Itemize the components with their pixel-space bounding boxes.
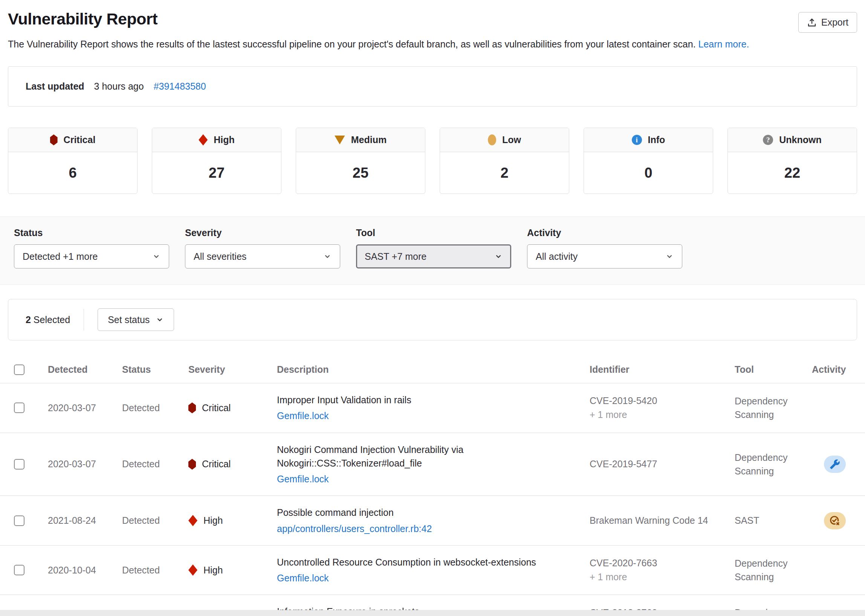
pipeline-link[interactable]: #391483580 bbox=[154, 81, 206, 92]
header-detected: Detected bbox=[48, 364, 122, 375]
identifier-value: CVE-2020-7663 bbox=[589, 558, 657, 568]
severity-label: High bbox=[203, 515, 223, 526]
header-status: Status bbox=[122, 364, 188, 375]
filter-bar: Status Detected +1 more Severity All sev… bbox=[0, 217, 865, 284]
table-row[interactable]: 2020-03-07 Detected Critical Nokogiri Co… bbox=[0, 433, 865, 496]
export-button[interactable]: Export bbox=[798, 12, 857, 33]
severity-card-label: Critical bbox=[64, 134, 96, 145]
vulnerability-location-link[interactable]: Gemfile.lock bbox=[277, 472, 589, 486]
last-updated-time: 3 hours ago bbox=[94, 81, 144, 92]
row-checkbox[interactable] bbox=[14, 565, 25, 575]
chevron-down-icon bbox=[665, 252, 674, 261]
learn-more-link[interactable]: Learn more. bbox=[698, 39, 749, 49]
identifier-cell: Brakeman Warning Code 14 bbox=[589, 515, 735, 526]
detected-date: 2020-03-07 bbox=[48, 402, 122, 413]
severity-filter-dropdown[interactable]: All severities bbox=[185, 244, 340, 269]
status-value: Detected bbox=[122, 402, 188, 413]
severity-icon bbox=[632, 135, 642, 145]
severity-icon bbox=[50, 134, 58, 145]
tool-value: Dependency Scanning bbox=[735, 394, 812, 422]
identifier-value: CVE-2019-5420 bbox=[589, 395, 657, 406]
severity-card-count: 2 bbox=[440, 152, 569, 193]
severity-card[interactable]: Info 0 bbox=[584, 128, 713, 194]
activity-filter-dropdown[interactable]: All activity bbox=[527, 244, 682, 269]
vulnerability-location-link[interactable]: Gemfile.lock bbox=[277, 571, 589, 585]
table-body: 2020-03-07 Detected Critical Improper In… bbox=[0, 383, 865, 616]
description-cell: Nokogiri Command Injection Vulnerability… bbox=[277, 443, 589, 486]
severity-card[interactable]: Low 2 bbox=[440, 128, 569, 194]
filter-tool: Tool SAST +7 more bbox=[356, 228, 511, 269]
status-filter-value: Detected +1 more bbox=[23, 251, 98, 262]
last-updated-label: Last updated bbox=[25, 81, 84, 92]
filter-activity: Activity All activity bbox=[527, 228, 682, 269]
severity-label: Critical bbox=[202, 459, 230, 470]
identifier-cell: CVE-2020-7663 + 1 more bbox=[589, 558, 735, 583]
filter-status-label: Status bbox=[14, 228, 169, 238]
severity-card[interactable]: Critical 6 bbox=[8, 128, 137, 194]
page-title: Vulnerability Report bbox=[8, 10, 158, 28]
activity-cell bbox=[812, 512, 857, 530]
filter-tool-label: Tool bbox=[356, 228, 511, 238]
false-positive-icon bbox=[824, 512, 846, 530]
status-filter-dropdown[interactable]: Detected +1 more bbox=[14, 244, 169, 269]
chevron-down-icon bbox=[152, 252, 161, 261]
vulnerability-title: Uncontrolled Resource Consumption in web… bbox=[277, 557, 536, 567]
table-row[interactable]: 2020-03-07 Detected Critical Improper In… bbox=[0, 383, 865, 433]
page-header: Vulnerability Report Export bbox=[8, 10, 857, 33]
identifier-more: + 1 more bbox=[589, 572, 735, 583]
header-tool: Tool bbox=[735, 364, 812, 375]
set-status-label: Set status bbox=[108, 314, 150, 325]
severity-cell: High bbox=[188, 564, 277, 576]
table-row[interactable]: 2020-10-04 Detected High Uncontrolled Re… bbox=[0, 545, 865, 595]
severity-icon bbox=[188, 564, 197, 576]
table-header-row: Detected Status Severity Description Ide… bbox=[0, 356, 865, 383]
select-all-checkbox[interactable] bbox=[14, 365, 25, 375]
severity-card-label: Unknown bbox=[779, 134, 822, 145]
set-status-button[interactable]: Set status bbox=[98, 308, 174, 331]
severity-icon bbox=[199, 134, 208, 146]
severity-card-label: Medium bbox=[351, 134, 386, 145]
tool-value: SAST bbox=[735, 514, 812, 527]
identifier-value: CVE-2019-5477 bbox=[589, 459, 657, 469]
severity-card-count: 0 bbox=[584, 152, 713, 193]
status-value: Detected bbox=[122, 515, 188, 526]
detected-date: 2020-03-07 bbox=[48, 459, 122, 470]
severity-card-count: 6 bbox=[8, 152, 137, 193]
page-description: The Vulnerability Report shows the resul… bbox=[8, 39, 857, 50]
severity-card-header: Unknown bbox=[728, 128, 857, 152]
remediation-wrench-icon bbox=[824, 456, 846, 473]
row-checkbox[interactable] bbox=[14, 459, 25, 470]
tool-filter-dropdown[interactable]: SAST +7 more bbox=[356, 244, 511, 269]
severity-card[interactable]: High 27 bbox=[152, 128, 281, 194]
severity-card[interactable]: Unknown 22 bbox=[728, 128, 857, 194]
divider bbox=[84, 309, 84, 331]
severity-card-label: Info bbox=[648, 134, 665, 145]
last-updated-panel: Last updated 3 hours ago #391483580 bbox=[8, 66, 857, 107]
severity-icon bbox=[188, 515, 197, 526]
row-checkbox[interactable] bbox=[14, 515, 25, 526]
filter-severity-label: Severity bbox=[185, 228, 340, 238]
severity-card-header: High bbox=[152, 128, 281, 152]
vulnerability-title: Possible command injection bbox=[277, 507, 394, 518]
status-value: Detected bbox=[122, 459, 188, 470]
row-checkbox[interactable] bbox=[14, 402, 25, 413]
vulnerability-table: Detected Status Severity Description Ide… bbox=[0, 356, 865, 616]
vulnerability-location-link[interactable]: Gemfile.lock bbox=[277, 409, 589, 423]
selected-count: 2 Selected bbox=[25, 314, 70, 325]
vulnerability-title: Improper Input Validation in rails bbox=[277, 394, 411, 405]
table-row[interactable]: 2021-08-24 Detected High Possible comman… bbox=[0, 496, 865, 545]
chevron-down-icon bbox=[494, 252, 503, 261]
selection-bar: 2 Selected Set status bbox=[8, 299, 857, 340]
severity-card-label: Low bbox=[502, 134, 521, 145]
identifier-value: Brakeman Warning Code 14 bbox=[589, 515, 708, 526]
vulnerability-location-link[interactable]: app/controllers/users_controller.rb:42 bbox=[277, 522, 589, 536]
severity-label: Critical bbox=[202, 402, 230, 413]
tool-filter-value: SAST +7 more bbox=[365, 251, 427, 262]
severity-card-count: 22 bbox=[728, 152, 857, 193]
severity-icon bbox=[334, 135, 345, 145]
severity-icon bbox=[488, 134, 496, 145]
severity-summary: Critical 6 High 27 Medium 25 Low 2 bbox=[8, 128, 857, 194]
severity-card-label: High bbox=[214, 134, 235, 145]
severity-card[interactable]: Medium 25 bbox=[296, 128, 425, 194]
filter-status: Status Detected +1 more bbox=[14, 228, 169, 269]
